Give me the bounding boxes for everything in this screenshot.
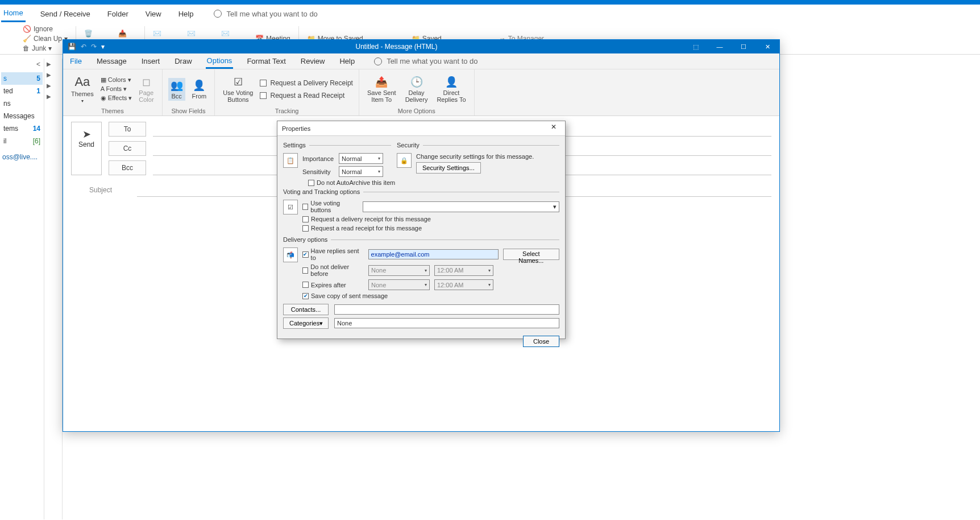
group-label: More Options: [398, 106, 435, 115]
undo-icon[interactable]: ↶: [81, 43, 86, 51]
nav-item[interactable]: ns: [1, 97, 43, 110]
compose-review[interactable]: Review: [300, 55, 326, 68]
compose-help[interactable]: Help: [338, 55, 356, 68]
security-group-label: Security: [397, 142, 420, 148]
compose-titlebar: 💾 ↶ ↷ ▾ Untitled - Message (HTML) ⬚ — ☐ …: [63, 40, 779, 53]
cleanup-button[interactable]: 🧹 Clean Up ▾: [23, 35, 68, 43]
themes-button[interactable]: AaThemes▾: [69, 73, 96, 105]
autoarchive-checkbox[interactable]: Do not AutoArchive this item: [308, 179, 559, 186]
expires-time[interactable]: 12:00 AM▾: [434, 279, 493, 290]
expand-arrow-icon[interactable]: ▶: [44, 80, 62, 91]
replies-to-checkbox[interactable]: Have replies sent to: [302, 247, 364, 261]
use-voting-checkbox[interactable]: Use voting buttons: [302, 200, 358, 213]
compose-options[interactable]: Options: [206, 54, 234, 69]
contacts-button[interactable]: Contacts...: [283, 304, 329, 315]
direct-replies-button[interactable]: 👤Direct Replies To: [434, 75, 468, 104]
read-receipt-checkbox[interactable]: Request a Read Receipt: [260, 92, 352, 100]
importance-label: Importance: [302, 155, 334, 162]
colors-button[interactable]: ▦ Colors ▾: [101, 76, 132, 84]
expires-checkbox[interactable]: Expires after: [302, 282, 364, 288]
window-close-icon[interactable]: ✕: [755, 40, 779, 53]
nav-item[interactable]: ted1: [1, 85, 43, 97]
compose-message[interactable]: Message: [95, 55, 128, 68]
expires-date[interactable]: None▾: [368, 279, 430, 290]
voting-group-label: Voting and Tracking options: [283, 188, 360, 195]
security-settings-button[interactable]: Security Settings...: [416, 162, 481, 174]
subject-label: Subject: [71, 186, 130, 194]
no-deliver-time[interactable]: 12:00 AM▾: [434, 265, 493, 276]
importance-select[interactable]: Normal▾: [339, 153, 383, 164]
compose-draw[interactable]: Draw: [173, 55, 193, 68]
save-sent-button[interactable]: 📤Save Sent Item To: [365, 75, 398, 104]
voting-buttons[interactable]: ☑Use Voting Buttons: [221, 75, 255, 104]
menu-folder[interactable]: Folder: [105, 6, 131, 22]
delay-delivery-button[interactable]: 🕒Delay Delivery: [403, 75, 430, 104]
sensitivity-select[interactable]: Normal▾: [339, 166, 383, 177]
nav-item[interactable]: s5: [1, 72, 43, 85]
menu-view[interactable]: View: [143, 6, 164, 22]
expand-arrow-icon[interactable]: ▶: [44, 59, 62, 69]
send-button[interactable]: ➤ Send: [71, 122, 102, 175]
compose-insert[interactable]: Insert: [140, 55, 161, 68]
properties-dialog: Properties ✕ Settings 📋 Importance Norma…: [277, 121, 566, 339]
voting-combo[interactable]: ▾: [363, 201, 559, 212]
replies-to-input[interactable]: [368, 249, 499, 259]
expand-arrow-icon[interactable]: ▶: [44, 69, 62, 80]
contacts-input[interactable]: [334, 304, 559, 315]
page-color-button[interactable]: ◻Page Color: [136, 75, 156, 104]
dialog-title: Properties: [282, 125, 310, 132]
account-email[interactable]: oss@live....: [0, 150, 44, 164]
delivery-receipt-checkbox[interactable]: Request a Delivery Receipt: [260, 79, 352, 87]
from-button[interactable]: 👤From: [190, 78, 209, 101]
qat-more-icon[interactable]: ▾: [101, 43, 105, 51]
no-deliver-date[interactable]: None▾: [368, 265, 430, 276]
tell-me[interactable]: Tell me what you want to do: [214, 10, 317, 18]
window-minimize-icon[interactable]: —: [708, 40, 732, 53]
ignore-button[interactable]: 🚫 Ignore: [23, 25, 68, 33]
voting-icon: ☑: [283, 200, 298, 214]
bulb-icon: [374, 57, 382, 65]
main-menu: Home Send / Receive Folder View Help Tel…: [0, 5, 980, 23]
group-label: Show Fields: [171, 106, 205, 115]
cc-button[interactable]: Cc: [109, 141, 146, 156]
nav-item[interactable]: il[6]: [1, 135, 43, 147]
delivery-group-label: Delivery options: [283, 236, 327, 243]
menu-help[interactable]: Help: [176, 6, 196, 22]
compose-format[interactable]: Format Text: [246, 55, 286, 68]
send-arrow-icon: ➤: [82, 128, 91, 141]
close-button[interactable]: Close: [523, 336, 559, 347]
redo-icon[interactable]: ↷: [91, 43, 97, 51]
read-receipt-checkbox[interactable]: Request a read receipt for this message: [302, 225, 559, 232]
save-copy-checkbox[interactable]: Save copy of sent message: [302, 292, 559, 299]
window-maximize-icon[interactable]: ☐: [732, 40, 755, 53]
compose-file[interactable]: File: [69, 55, 83, 68]
menu-home[interactable]: Home: [1, 5, 26, 22]
nav-item[interactable]: Messages: [1, 110, 43, 122]
sensitivity-label: Sensitivity: [302, 168, 334, 175]
dialog-close-icon[interactable]: ✕: [547, 123, 560, 134]
no-deliver-checkbox[interactable]: Do not deliver before: [302, 263, 364, 277]
bcc-button[interactable]: 👥Bcc: [168, 78, 185, 101]
bcc-button[interactable]: Bcc: [109, 160, 146, 175]
security-desc: Change security settings for this messag…: [416, 153, 534, 160]
compose-tell-me[interactable]: Tell me what you want to do: [374, 57, 477, 65]
security-icon: 🔒: [397, 153, 412, 168]
categories-value[interactable]: None: [334, 318, 559, 328]
to-button[interactable]: To: [109, 122, 146, 137]
select-names-button[interactable]: Select Names...: [503, 249, 559, 260]
compose-ribbon: AaThemes▾ ▦ Colors ▾ A Fonts ▾ ◉ Effects…: [63, 69, 779, 116]
nav-item[interactable]: tems14: [1, 122, 43, 135]
fonts-button[interactable]: A Fonts ▾: [101, 85, 132, 93]
window-popout-icon[interactable]: ⬚: [684, 40, 708, 53]
collapse-pane[interactable]: <: [0, 59, 44, 70]
expand-arrow-icon[interactable]: ▶: [44, 91, 62, 102]
effects-button[interactable]: ◉ Effects ▾: [101, 94, 132, 102]
delivery-receipt-checkbox[interactable]: Request a delivery receipt for this mess…: [302, 216, 559, 222]
save-icon[interactable]: 💾: [68, 43, 76, 51]
message-list-collapsed: ▶ ▶ ▶ ▶: [44, 59, 63, 519]
group-label: Themes: [101, 106, 124, 115]
junk-button[interactable]: 🗑 Junk ▾: [23, 44, 68, 52]
categories-button[interactable]: Categories▾: [283, 317, 329, 329]
menu-send-receive[interactable]: Send / Receive: [38, 6, 93, 22]
bulb-icon: [214, 10, 222, 18]
